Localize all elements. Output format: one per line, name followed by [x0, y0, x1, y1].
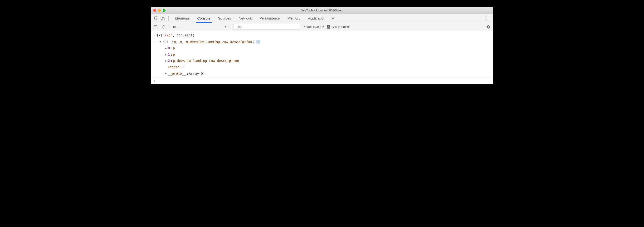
chevron-down-icon: ▼	[224, 26, 227, 28]
svg-rect-3	[154, 26, 157, 28]
output-marker-icon: ›	[152, 39, 156, 45]
console-entry-output: › (3) [p, p, p.devsite-landing-row-descr…	[151, 39, 493, 77]
svg-rect-2	[162, 18, 164, 20]
preview-item[interactable]: p	[174, 40, 176, 44]
tab-performance[interactable]: Performance	[256, 14, 284, 23]
input-marker-icon: ›	[152, 32, 156, 38]
array-entry[interactable]: 0: p	[164, 45, 492, 51]
preview-item[interactable]: p.devsite-landing-row-description	[186, 40, 252, 44]
tab-application[interactable]: Application	[304, 14, 329, 23]
tab-network[interactable]: Network	[235, 14, 256, 23]
settings-gear-icon[interactable]	[486, 24, 491, 30]
menu-kebab-icon[interactable]	[484, 17, 491, 20]
info-badge-icon[interactable]: i	[256, 40, 260, 44]
inspect-element-icon[interactable]	[153, 15, 159, 22]
array-entry[interactable]: 1: p	[164, 51, 492, 58]
toggle-sidebar-icon[interactable]	[153, 24, 158, 30]
maximize-window-button[interactable]	[163, 9, 166, 12]
console-toolbar: top ▼ Default levels ▼ Group similar	[151, 23, 493, 31]
group-similar-input[interactable]	[327, 25, 330, 29]
tab-console[interactable]: Console	[194, 14, 214, 23]
close-window-button[interactable]	[153, 9, 156, 12]
prompt-marker-icon: ›	[152, 77, 156, 84]
separator	[168, 16, 168, 21]
expand-toggle-icon[interactable]	[164, 71, 168, 76]
svg-line-6	[163, 26, 164, 28]
clear-console-icon[interactable]	[161, 24, 166, 30]
proto-property[interactable]: __proto__: Array(0)	[159, 70, 492, 77]
log-levels-select[interactable]: Default levels ▼	[302, 25, 324, 29]
titlebar[interactable]: DevTools - localhost:8080/web/	[151, 7, 493, 14]
filter-input[interactable]	[234, 24, 300, 30]
window-controls	[153, 9, 166, 12]
group-similar-label: Group similar	[332, 25, 350, 29]
expand-toggle-icon[interactable]	[164, 52, 168, 57]
device-toolbar-icon[interactable]	[159, 15, 166, 22]
separator	[169, 25, 169, 29]
console-entry-input: › $x("//p", document)	[151, 32, 493, 39]
separator	[231, 25, 231, 29]
devtools-window: DevTools - localhost:8080/web/ ElementsC…	[151, 7, 493, 84]
expand-toggle-icon[interactable]	[164, 59, 168, 63]
more-tabs-button[interactable]: »	[329, 16, 336, 21]
minimize-window-button[interactable]	[158, 9, 161, 12]
panel-tabs: ElementsConsoleSourcesNetworkPerformance…	[151, 14, 493, 23]
tab-memory[interactable]: Memory	[284, 14, 304, 23]
bracket: ]	[252, 39, 254, 45]
chevron-down-icon: ▼	[322, 26, 324, 28]
expand-toggle-icon[interactable]	[164, 46, 168, 51]
levels-label: Default levels	[302, 25, 321, 29]
console-output-body: (3) [p, p, p.devsite-landing-row-descrip…	[156, 39, 492, 77]
group-similar-checkbox[interactable]: Group similar	[327, 25, 350, 29]
preview-item[interactable]: p	[180, 40, 182, 44]
context-label: top	[173, 25, 178, 29]
array-entry[interactable]: 2: p.devsite-landing-row-description	[164, 58, 492, 64]
separator	[482, 16, 482, 21]
console-input-field[interactable]	[156, 77, 492, 84]
tab-elements[interactable]: Elements	[171, 14, 194, 23]
execution-context-select[interactable]: top ▼	[172, 24, 228, 29]
array-count: (3)	[162, 39, 168, 45]
console-input-text[interactable]: $x("//p", document)	[156, 32, 492, 39]
console-output: › $x("//p", document) › (3) [p, p, p.dev…	[151, 31, 493, 84]
tab-sources[interactable]: Sources	[214, 14, 235, 23]
window-title: DevTools - localhost:8080/web/	[151, 9, 493, 12]
result-summary[interactable]: (3) [p, p, p.devsite-landing-row-descrip…	[159, 39, 492, 45]
console-prompt[interactable]: ›	[151, 77, 493, 84]
expand-toggle-icon[interactable]	[159, 40, 162, 44]
length-property[interactable]: length: 3	[159, 64, 492, 70]
bracket: [	[171, 39, 173, 45]
